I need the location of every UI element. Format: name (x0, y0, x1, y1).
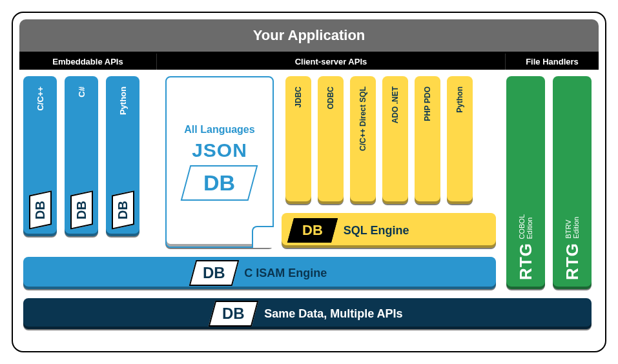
section-filehandlers: File Handlers (506, 54, 599, 70)
sql-engine-label: SQL Engine (344, 224, 409, 238)
filehandler-sub: BTRVEdition (564, 217, 580, 239)
app-title: Your Application (19, 19, 599, 54)
embeddable-pill-ccpp: C/C++ DB (23, 76, 57, 236)
filehandler-pill-btrv: BTRVEdition RTG (553, 76, 592, 289)
client-label: PHP PDO (423, 86, 432, 121)
client-label: JDBC (294, 86, 303, 108)
db-badge-icon: DB (181, 165, 258, 201)
c-isam-label: C ISAM Engine (244, 267, 327, 280)
card-notch-icon (252, 226, 274, 248)
db-badge-icon: DB (112, 190, 134, 229)
section-embeddable: Embeddable APIs (19, 54, 156, 70)
client-pill-jdbc: JDBC (285, 76, 311, 204)
c-isam-bar: DB C ISAM Engine (23, 257, 496, 289)
filehandler-sub: COBOLEdition (518, 214, 533, 239)
embeddable-label: C/C++ (36, 86, 45, 111)
embeddable-label: C# (77, 86, 87, 97)
diagram-body: C/C++ DB C# DB Python DB All Languages J… (19, 70, 599, 325)
db-badge-icon: DB (70, 190, 93, 229)
json-db-card: All Languages JSON DB (165, 76, 274, 248)
client-label: ADO .NET (391, 86, 400, 123)
embeddable-pill-csharp: C# DB (65, 76, 98, 236)
db-badge-icon: DB (287, 218, 338, 243)
client-pill-phppdo: PHP PDO (415, 76, 440, 204)
embeddable-label: Python (118, 86, 128, 115)
client-label: ODBC (326, 86, 335, 109)
rtg-badge-icon: RTG (562, 243, 582, 280)
embeddable-pill-python: Python DB (106, 76, 139, 236)
client-pill-odbc: ODBC (318, 76, 344, 204)
same-data-bar: DB Same Data, Multiple APIs (23, 298, 592, 329)
same-data-label: Same Data, Multiple APIs (264, 307, 402, 321)
client-label: C/C++ Direct SQL (358, 86, 367, 151)
section-clientserver: Client-server APIs (156, 54, 506, 70)
json-card-line1: All Languages (184, 124, 254, 136)
filehandler-pill-cobol: COBOLEdition RTG (506, 76, 545, 289)
db-badge-icon: DB (189, 260, 238, 286)
section-headers: Embeddable APIs Client-server APIs File … (19, 54, 599, 70)
db-badge-icon: DB (209, 301, 258, 327)
client-pill-python: Python (447, 76, 473, 204)
client-label: Python (455, 86, 464, 113)
client-pill-adonet: ADO .NET (382, 76, 408, 204)
architecture-diagram: Your Application Embeddable APIs Client-… (12, 12, 606, 352)
sql-engine-bar: DB SQL Engine (282, 213, 496, 248)
json-card-line2: JSON (192, 139, 247, 161)
client-pill-directsql: C/C++ Direct SQL (350, 76, 376, 204)
rtg-badge-icon: RTG (516, 243, 536, 280)
db-badge-icon: DB (29, 190, 52, 229)
